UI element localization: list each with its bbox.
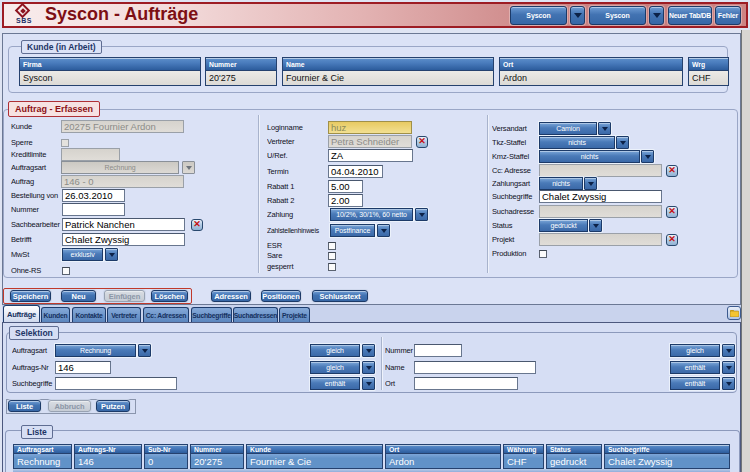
- auftrag-field[interactable]: [61, 175, 184, 188]
- kunde-cell-firma[interactable]: Syscon: [20, 71, 200, 85]
- zahlungsart-combo-arrow-icon[interactable]: [584, 177, 597, 190]
- selektion-auftragsart-op-arrow-icon[interactable]: [362, 344, 375, 357]
- produktion-checkbox[interactable]: [539, 250, 547, 258]
- speichern-button[interactable]: Speichern: [10, 290, 51, 302]
- db-combo-2-arrow-icon[interactable]: [649, 6, 664, 25]
- suchadresse-clear-button[interactable]: ✕: [666, 206, 678, 218]
- liste-cell-auftrags-nr[interactable]: 146: [75, 454, 141, 468]
- status-combo-arrow-icon[interactable]: [589, 219, 602, 232]
- selektion-suchbegriffe-op-value[interactable]: enthält: [310, 377, 360, 390]
- zahlungsart-combo-value[interactable]: nichts: [539, 177, 583, 190]
- kunde-cell-nummer[interactable]: 20'275: [206, 71, 276, 85]
- sperre-checkbox[interactable]: [61, 139, 69, 147]
- suchbegriffe-field[interactable]: [539, 190, 662, 203]
- uref-field[interactable]: [328, 149, 413, 162]
- tab-kontakte[interactable]: Kontakte: [72, 307, 106, 322]
- liste-cell-auftragsart[interactable]: Rechnung: [14, 454, 71, 468]
- db-combo-1-value[interactable]: Syscon: [510, 6, 567, 25]
- schlusstext-button[interactable]: Schlusstext: [312, 290, 368, 302]
- kunde-cell-name[interactable]: Fournier & Cie: [283, 71, 493, 85]
- selektion-name-field[interactable]: [414, 361, 536, 374]
- mwst-combo-arrow-icon[interactable]: [105, 248, 118, 261]
- selektion-nummer-op-value[interactable]: gleich: [670, 344, 720, 357]
- zahlung-combo-arrow-icon[interactable]: [415, 208, 428, 221]
- gesperrt-checkbox[interactable]: [328, 263, 336, 271]
- kunde-header-wrg[interactable]: Wrg: [689, 58, 728, 71]
- termin-field[interactable]: [328, 165, 383, 178]
- db-combo-2-value[interactable]: Syscon: [589, 6, 646, 25]
- liste-header-suchbegriffe[interactable]: Suchbegriffe: [605, 445, 729, 454]
- status-combo-value[interactable]: gedruckt: [539, 219, 588, 232]
- selektion-ort-op-value[interactable]: enthält: [670, 377, 720, 390]
- ohne-rs-checkbox[interactable]: [62, 267, 70, 275]
- liste-header-kunde[interactable]: Kunde: [247, 445, 382, 454]
- selektion-name-op-value[interactable]: enthält: [670, 361, 720, 374]
- tab-suchadressen[interactable]: Suchadressen: [233, 307, 278, 322]
- kmz-staffel-combo-value[interactable]: nichts: [539, 150, 640, 163]
- liste-cell-kunde[interactable]: Fournier & Cie: [247, 454, 382, 468]
- liste-header-nummer[interactable]: Nummer: [191, 445, 243, 454]
- betrifft-field[interactable]: [62, 233, 185, 246]
- selektion-nummer-field[interactable]: [414, 344, 462, 357]
- zahlung-combo-value[interactable]: 10/2%, 30/1%, 60 netto: [330, 208, 413, 221]
- liste-cell-nummer[interactable]: 20'275: [191, 454, 243, 468]
- versandart-combo-value[interactable]: Camion: [539, 122, 597, 135]
- liste-header-auftragsart[interactable]: Auftragsart: [14, 445, 71, 454]
- selektion-name-op-arrow-icon[interactable]: [722, 361, 735, 374]
- cc-adresse-field[interactable]: [539, 164, 662, 177]
- loeschen-button[interactable]: Löschen: [151, 290, 188, 302]
- tkz-staffel-combo-arrow-icon[interactable]: [616, 136, 629, 149]
- liste-header-sub-nr[interactable]: Sub-Nr: [145, 445, 187, 454]
- vertreter-clear-button[interactable]: ✕: [416, 136, 428, 148]
- projekt-field[interactable]: [539, 233, 662, 246]
- adressen-button[interactable]: Adressen: [211, 290, 251, 302]
- liste-header-auftrags-nr[interactable]: Auftrags-Nr: [75, 445, 141, 454]
- sachbearbeiter-field[interactable]: [62, 218, 185, 231]
- liste-cell-sub-nr[interactable]: 0: [145, 454, 187, 468]
- selektion-auftragsart-op-value[interactable]: gleich: [310, 344, 360, 357]
- positionen-button[interactable]: Positionen: [261, 290, 301, 302]
- selektion-auftragsart-combo-arrow-icon[interactable]: [138, 344, 151, 357]
- kreditlimite-field[interactable]: [61, 148, 120, 161]
- tkz-staffel-combo-value[interactable]: nichts: [539, 136, 615, 149]
- projekt-clear-button[interactable]: ✕: [666, 234, 678, 246]
- selektion-auftragsart-combo-value[interactable]: Rechnung: [55, 344, 136, 357]
- liste-header-waehrung[interactable]: Währung: [504, 445, 543, 454]
- liste-header-status[interactable]: Status: [547, 445, 601, 454]
- loginname-field[interactable]: [328, 121, 412, 134]
- fehler-button[interactable]: Fehler: [715, 6, 741, 25]
- liste-header-ort[interactable]: Ort: [386, 445, 500, 454]
- kunde-header-nummer[interactable]: Nummer: [206, 58, 276, 71]
- tab-auftraege[interactable]: Aufträge: [3, 305, 40, 322]
- zahlstellenhinweis-combo-arrow-icon[interactable]: [377, 224, 390, 237]
- selektion-suchbegriffe-op-arrow-icon[interactable]: [362, 377, 375, 390]
- kunde-header-name[interactable]: Name: [283, 58, 493, 71]
- einfuegen-button[interactable]: Einfügen: [104, 290, 145, 302]
- liste-cell-ort[interactable]: Ardon: [386, 454, 500, 468]
- vertreter-field[interactable]: [328, 135, 412, 148]
- liste-button[interactable]: Liste: [8, 400, 41, 412]
- kunde-header-ort[interactable]: Ort: [500, 58, 682, 71]
- selektion-auftrags-nr-field[interactable]: [55, 361, 111, 374]
- selektion-ort-field[interactable]: [414, 377, 518, 390]
- rabatt1-field[interactable]: [328, 180, 363, 193]
- tab-vertreter[interactable]: Vertreter: [107, 307, 141, 322]
- tab-kunden[interactable]: Kunden: [41, 307, 70, 322]
- kunde-cell-wrg[interactable]: CHF: [689, 71, 728, 85]
- db-combo-1-arrow-icon[interactable]: [570, 6, 585, 25]
- liste-cell-waehrung[interactable]: CHF: [504, 454, 543, 468]
- suchadresse-field[interactable]: [539, 205, 662, 218]
- tab-cc-adressen[interactable]: Cc: Adressen: [143, 307, 189, 322]
- kmz-staffel-combo-arrow-icon[interactable]: [641, 150, 654, 163]
- versandart-combo-arrow-icon[interactable]: [598, 122, 611, 135]
- selektion-nummer-op-arrow-icon[interactable]: [722, 344, 735, 357]
- sachbearbeiter-clear-button[interactable]: ✕: [191, 219, 203, 231]
- kunde-header-firma[interactable]: Firma: [20, 58, 200, 71]
- liste-cell-status[interactable]: gedruckt: [547, 454, 601, 468]
- sare-checkbox[interactable]: [328, 252, 336, 260]
- putzen-button[interactable]: Putzen: [96, 400, 130, 412]
- neuer-tab-db-button[interactable]: Neuer Tab/DB: [668, 6, 712, 25]
- tab-suchbegriffe[interactable]: Suchbegriffe: [191, 307, 232, 322]
- bestellung-von-field[interactable]: [62, 189, 125, 202]
- selektion-ort-op-arrow-icon[interactable]: [722, 377, 735, 390]
